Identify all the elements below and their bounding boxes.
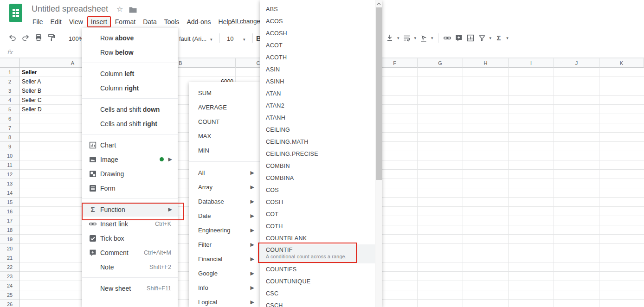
insert-menu-item-drawing[interactable]: Drawing [82, 166, 178, 181]
row-header-18[interactable]: 18 [0, 225, 19, 235]
row-header-13[interactable]: 13 [0, 179, 19, 188]
insert-menu-item-chart[interactable]: Chart [82, 138, 178, 152]
row-header-8[interactable]: 8 [0, 133, 19, 142]
chevron-down-icon[interactable]: ▾ [431, 34, 433, 42]
insert-menu-item-cells-and-shift-right[interactable]: Cells and shift right [82, 116, 178, 131]
function-list-item-asinh[interactable]: ASINH [260, 76, 375, 88]
row-header-10[interactable]: 10 [0, 151, 19, 160]
insert-menu-item-note[interactable]: NoteShift+F2 [82, 260, 178, 274]
function-quick-min[interactable]: MIN [189, 143, 260, 158]
function-category-database[interactable]: Database▶ [189, 194, 260, 209]
column-header-g[interactable]: G [418, 58, 463, 68]
row-header-7[interactable]: 7 [0, 123, 19, 133]
insert-menu-item-comment[interactable]: CommentCtrl+Alt+M [82, 245, 178, 260]
menubar-item-tools[interactable]: Tools [161, 17, 183, 27]
document-title[interactable]: Untitled spreadsheet [32, 4, 108, 14]
chevron-down-icon[interactable]: ▾ [414, 34, 417, 42]
column-header-i[interactable]: I [509, 58, 554, 68]
function-list-item-ceiling-math[interactable]: CEILING.MATH [260, 136, 375, 148]
vertical-align-icon[interactable] [386, 34, 394, 42]
function-list-item-atan[interactable]: ATAN [260, 88, 375, 100]
function-category-array[interactable]: Array▶ [189, 180, 260, 194]
function-list-item-acos[interactable]: ACOS [260, 15, 375, 27]
function-list-item-abs[interactable]: ABS [260, 3, 375, 15]
row-header-25[interactable]: 25 [0, 290, 19, 300]
insert-menu-item-tick-box[interactable]: Tick box [82, 231, 178, 245]
scrollbar-up-arrow[interactable] [375, 0, 382, 7]
function-list-item-countunique[interactable]: COUNTUNIQUE [260, 275, 375, 288]
row-header-24[interactable]: 24 [0, 281, 19, 290]
function-quick-sum[interactable]: SUM [189, 86, 260, 100]
function-list-item-acot[interactable]: ACOT [260, 39, 375, 51]
row-header-16[interactable]: 16 [0, 207, 19, 216]
row-header-26[interactable]: 26 [0, 300, 19, 307]
row-header-19[interactable]: 19 [0, 235, 19, 244]
row-header-23[interactable]: 23 [0, 272, 19, 281]
function-quick-count[interactable]: COUNT [189, 115, 260, 129]
insert-menu-item-column-right[interactable]: Column right [82, 81, 178, 95]
function-category-all[interactable]: All▶ [189, 166, 260, 180]
row-header-17[interactable]: 17 [0, 216, 19, 225]
print-icon[interactable] [34, 33, 43, 42]
chevron-down-icon[interactable]: ▾ [243, 35, 245, 44]
function-category-engineering[interactable]: Engineering▶ [189, 223, 260, 237]
select-all-corner[interactable] [0, 58, 20, 68]
function-category-date[interactable]: Date▶ [189, 209, 260, 223]
font-family-select[interactable]: fault (Ari... [179, 35, 206, 42]
row-header-22[interactable]: 22 [0, 262, 19, 272]
function-category-filter[interactable]: Filter▶ [189, 237, 260, 252]
insert-menu-item-form[interactable]: Form [82, 181, 178, 195]
menubar-item-view[interactable]: View [65, 17, 87, 27]
row-header-20[interactable]: 20 [0, 244, 19, 253]
insert-comment-icon[interactable] [455, 34, 463, 42]
filter-icon[interactable] [478, 34, 486, 42]
row-header-1[interactable]: 1 [0, 68, 19, 77]
function-list-item-cot[interactable]: COT [260, 208, 375, 220]
column-header-h[interactable]: H [463, 58, 509, 68]
menubar-item-file[interactable]: File [29, 17, 47, 27]
function-list-item-acosh[interactable]: ACOSH [260, 27, 375, 39]
row-header-5[interactable]: 5 [0, 105, 19, 114]
row-header-14[interactable]: 14 [0, 188, 19, 198]
function-quick-max[interactable]: MAX [189, 129, 260, 143]
insert-link-icon[interactable] [443, 34, 451, 42]
function-category-info[interactable]: Info▶ [189, 281, 260, 295]
menubar-item-data[interactable]: Data [139, 17, 161, 27]
function-list-item-cosh[interactable]: COSH [260, 196, 375, 208]
insert-menu-item-image[interactable]: Image▶ [82, 152, 178, 166]
function-list-item-atan2[interactable]: ATAN2 [260, 100, 375, 112]
column-header-j[interactable]: J [554, 58, 599, 68]
function-quick-average[interactable]: AVERAGE [189, 100, 260, 115]
star-icon[interactable]: ☆ [116, 5, 123, 13]
font-size-select[interactable]: 10 [227, 35, 233, 42]
insert-menu-item-row-below[interactable]: Row below [82, 45, 178, 59]
folder-icon[interactable] [129, 6, 137, 15]
function-list-item-asin[interactable]: ASIN [260, 64, 375, 76]
function-category-logical[interactable]: Logical▶ [189, 295, 260, 307]
chevron-down-icon[interactable]: ▾ [506, 34, 509, 42]
row-header-21[interactable]: 21 [0, 253, 19, 262]
all-changes-link[interactable]: All change [231, 18, 260, 25]
function-list-item-csc[interactable]: CSC [260, 288, 375, 300]
function-list-item-coth[interactable]: COTH [260, 220, 375, 232]
row-header-9[interactable]: 9 [0, 142, 19, 151]
row-header-4[interactable]: 4 [0, 96, 19, 105]
function-list-item-ceiling[interactable]: CEILING [260, 124, 375, 136]
undo-icon[interactable] [8, 33, 17, 42]
redo-icon[interactable] [21, 33, 30, 42]
chevron-down-icon[interactable]: ▾ [210, 35, 213, 44]
insert-menu-item-new-sheet[interactable]: New sheetShift+F11 [82, 281, 178, 295]
text-rotation-icon[interactable] [419, 34, 428, 42]
column-header-k[interactable]: K [599, 58, 644, 68]
function-list-item-atanh[interactable]: ATANH [260, 112, 375, 124]
insert-menu-item-row-above[interactable]: Row above [82, 31, 178, 45]
menubar-item-insert[interactable]: Insert [87, 16, 111, 27]
menubar-item-format[interactable]: Format [111, 17, 139, 27]
menubar-item-edit[interactable]: Edit [47, 17, 65, 27]
chevron-down-icon[interactable]: ▾ [489, 34, 492, 42]
scrollbar[interactable] [375, 0, 382, 307]
scrollbar-thumb[interactable] [376, 7, 382, 180]
insert-menu-item-column-left[interactable]: Column left [82, 66, 178, 81]
function-list-item-combin[interactable]: COMBIN [260, 160, 375, 172]
menubar-item-add-ons[interactable]: Add-ons [183, 17, 214, 27]
